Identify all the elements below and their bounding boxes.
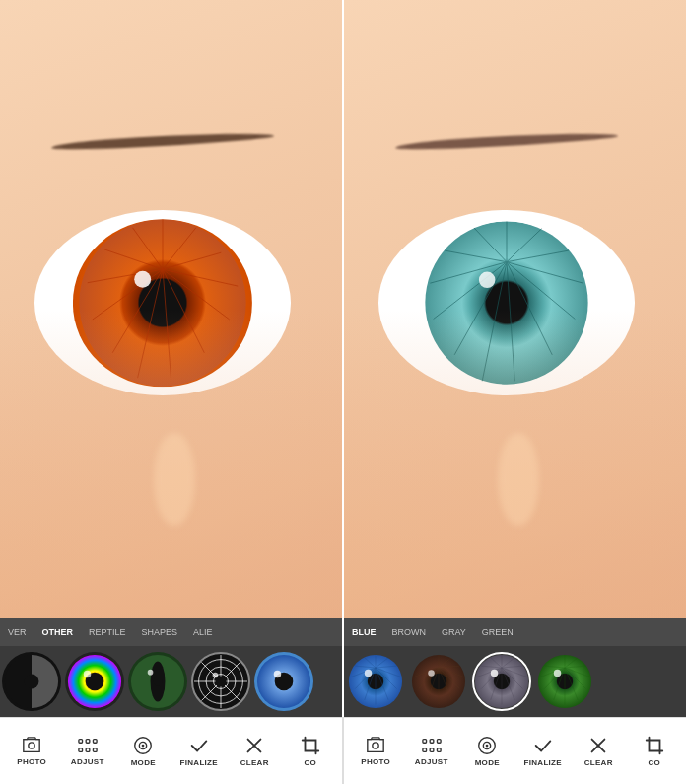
left-panel: VER OTHER REPTILE SHAPES ALIE (0, 0, 342, 717)
right-face-bg (344, 0, 686, 618)
left-lens-2[interactable] (128, 652, 187, 711)
left-toolbar: PHOTO ADJUST MODE FI (0, 718, 342, 784)
right-photo-icon (365, 736, 386, 755)
right-toolbar: PHOTO ADJUST MODE FI (344, 718, 686, 784)
adjust-label: ADJUST (71, 757, 104, 766)
left-lens-0[interactable] (2, 652, 61, 711)
svg-rect-111 (93, 748, 97, 752)
right-finalize-tool[interactable]: FINALIZE (523, 735, 563, 767)
left-cat-reptile[interactable]: REPTILE (81, 627, 134, 637)
right-lens-2[interactable] (472, 652, 531, 711)
right-eyebrow (395, 130, 618, 152)
left-category-strip: VER OTHER REPTILE SHAPES ALIE (0, 618, 342, 646)
left-finalize-tool[interactable]: FINALIZE (179, 735, 219, 767)
right-adjust-icon (421, 736, 443, 755)
svg-rect-108 (93, 740, 97, 744)
left-cat-alien[interactable]: ALIE (185, 627, 221, 637)
left-lens-1[interactable] (65, 652, 124, 711)
photo-icon (21, 736, 42, 755)
right-finalize-label: FINALIZE (524, 758, 562, 767)
right-cat-gray[interactable]: GRAY (434, 627, 474, 637)
svg-point-32 (215, 676, 226, 686)
right-adjust-tool[interactable]: ADJUST (412, 736, 451, 766)
right-clear-icon (587, 735, 609, 756)
right-lens-3[interactable] (535, 652, 594, 711)
svg-point-33 (213, 673, 219, 678)
left-photo-tool[interactable]: PHOTO (12, 736, 51, 766)
left-lens-4[interactable] (254, 652, 313, 711)
svg-point-22 (153, 677, 162, 685)
right-mode-tool[interactable]: MODE (467, 735, 507, 767)
left-nose-highlight (154, 433, 195, 526)
left-adjust-tool[interactable]: ADJUST (68, 736, 107, 766)
left-clear-icon (243, 735, 265, 756)
left-lens-3[interactable] (191, 652, 250, 711)
svg-rect-123 (437, 748, 441, 752)
right-nose-highlight (498, 433, 539, 526)
svg-point-65 (365, 670, 372, 677)
right-photo-tool[interactable]: PHOTO (356, 736, 395, 766)
right-finalize-icon (532, 735, 554, 756)
svg-point-14 (134, 271, 151, 288)
left-crop-icon (300, 735, 321, 756)
left-eyelashes-top (28, 198, 295, 206)
finalize-icon (188, 735, 210, 756)
right-panel: BLUE BROWN GRAY GREEN (344, 0, 686, 717)
left-clear-tool[interactable]: CLEAR (235, 735, 274, 767)
svg-point-126 (486, 745, 489, 748)
left-crop-tool[interactable]: CO (291, 735, 330, 767)
svg-rect-122 (430, 748, 434, 752)
svg-rect-121 (423, 748, 427, 752)
svg-point-77 (428, 670, 435, 677)
photo-label: PHOTO (17, 757, 46, 766)
mode-icon (132, 735, 154, 756)
svg-point-91 (491, 670, 498, 677)
finalize-label: FINALIZE (180, 758, 218, 767)
right-mode-label: MODE (475, 758, 500, 767)
svg-rect-107 (86, 740, 90, 744)
left-cat-ver[interactable]: VER (0, 627, 34, 637)
right-lens-0[interactable] (346, 652, 405, 711)
right-clear-tool[interactable]: CLEAR (579, 735, 618, 767)
mode-label: MODE (131, 758, 156, 767)
left-clear-label: CLEAR (240, 758, 269, 767)
svg-rect-118 (423, 740, 427, 744)
left-cat-shapes[interactable]: SHAPES (134, 627, 186, 637)
toolbar: PHOTO ADJUST MODE FI (0, 717, 686, 784)
svg-rect-119 (430, 740, 434, 744)
svg-rect-120 (437, 740, 441, 744)
right-adjust-label: ADJUST (415, 757, 448, 766)
right-lens-strip (344, 646, 686, 717)
left-crop-label: CO (304, 758, 316, 767)
svg-point-23 (148, 670, 154, 676)
svg-point-105 (29, 743, 34, 748)
right-clear-label: CLEAR (584, 758, 613, 767)
left-cat-other[interactable]: OTHER (34, 627, 82, 637)
right-crop-icon (644, 735, 665, 756)
svg-point-104 (554, 670, 561, 677)
svg-point-117 (373, 743, 378, 748)
svg-point-19 (84, 671, 91, 677)
right-mode-icon (476, 735, 498, 756)
svg-point-51 (479, 272, 496, 289)
right-crop-label: CO (648, 758, 660, 767)
left-eyebrow (51, 130, 274, 152)
left-lens-strip (0, 646, 342, 717)
adjust-icon (77, 736, 99, 755)
svg-rect-110 (86, 748, 90, 752)
right-cat-blue[interactable]: BLUE (344, 627, 384, 637)
right-lens-1[interactable] (409, 652, 468, 711)
right-cat-green[interactable]: GREEN (474, 627, 521, 637)
svg-point-36 (274, 671, 281, 677)
right-face-image (344, 0, 686, 618)
svg-point-114 (142, 745, 145, 748)
left-face-bg (0, 0, 342, 618)
svg-point-16 (25, 675, 39, 689)
right-cat-brown[interactable]: BROWN (384, 627, 435, 637)
svg-rect-106 (79, 740, 83, 744)
main-area: VER OTHER REPTILE SHAPES ALIE (0, 0, 686, 717)
left-mode-tool[interactable]: MODE (123, 735, 163, 767)
svg-rect-109 (79, 748, 83, 752)
right-crop-tool[interactable]: CO (635, 735, 674, 767)
left-face-image (0, 0, 342, 618)
